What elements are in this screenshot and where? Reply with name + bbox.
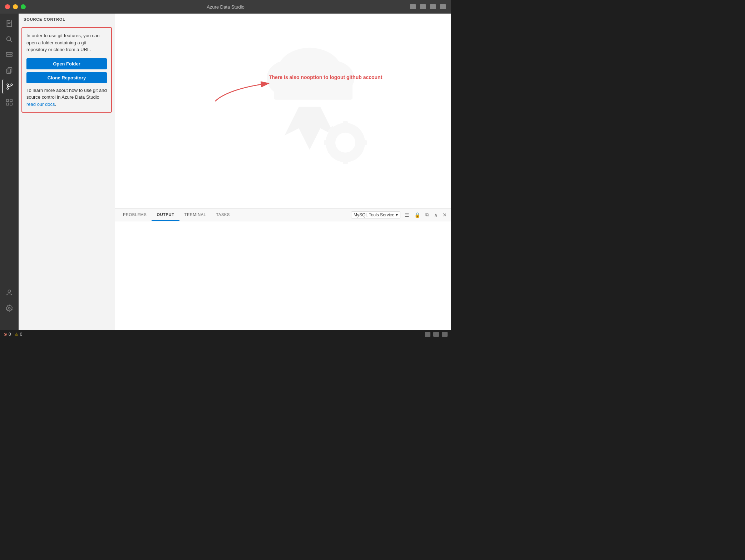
svg-point-6 xyxy=(7,37,11,41)
app-content: SOURCE CONTROL In order to use git featu… xyxy=(0,14,451,330)
sidebar: SOURCE CONTROL In order to use git featu… xyxy=(19,14,115,330)
chevron-down-icon: ▾ xyxy=(396,212,398,217)
svg-point-11 xyxy=(11,55,11,56)
panel-close-icon[interactable]: ✕ xyxy=(441,211,448,218)
layout-icon-2 xyxy=(420,4,426,9)
svg-point-14 xyxy=(7,84,9,85)
activity-bar-bottom xyxy=(2,285,16,315)
close-button[interactable] xyxy=(5,4,10,9)
error-icon: ⊗ xyxy=(4,332,7,337)
layout-icon-3 xyxy=(430,4,436,9)
svg-rect-2 xyxy=(7,26,12,27)
svg-point-23 xyxy=(8,307,10,309)
svg-rect-1 xyxy=(7,20,8,27)
source-control-panel: In order to use git features, you can op… xyxy=(21,27,112,113)
svg-rect-12 xyxy=(8,68,12,72)
layout-icon-1 xyxy=(410,4,416,9)
svg-rect-9 xyxy=(6,55,13,57)
svg-rect-5 xyxy=(8,23,10,24)
svg-rect-8 xyxy=(6,53,13,54)
svg-rect-21 xyxy=(10,103,12,105)
clone-repository-button[interactable]: Clone Repository xyxy=(26,72,107,83)
svg-rect-13 xyxy=(7,69,11,74)
watermark-svg xyxy=(238,35,388,171)
status-errors[interactable]: ⊗ 0 ⚠ 0 xyxy=(4,332,22,337)
svg-point-22 xyxy=(8,290,10,293)
sidebar-item-explorer[interactable] xyxy=(2,16,16,31)
sidebar-item-account[interactable] xyxy=(2,285,16,300)
maximize-button[interactable] xyxy=(21,4,26,9)
tab-tasks[interactable]: TASKS xyxy=(211,208,235,221)
search-icon xyxy=(5,35,13,43)
sidebar-item-source-control[interactable] xyxy=(2,79,16,94)
titlebar-actions xyxy=(410,4,446,9)
svg-rect-33 xyxy=(324,140,331,145)
copy-icon xyxy=(5,67,13,75)
svg-rect-27 xyxy=(274,78,352,100)
titlebar: Azure Data Studio xyxy=(0,0,451,14)
svg-rect-19 xyxy=(10,99,12,102)
tab-problems[interactable]: PROBLEMS xyxy=(118,208,152,221)
status-right xyxy=(425,332,448,337)
svg-point-30 xyxy=(335,133,355,153)
sidebar-item-copy[interactable] xyxy=(2,64,16,78)
svg-point-15 xyxy=(7,88,9,89)
panel-lock-icon[interactable]: 🔒 xyxy=(413,211,422,218)
bottom-panel: PROBLEMS OUTPUT TERMINAL TASKS MySQL Too… xyxy=(115,208,451,330)
status-icon-2 xyxy=(433,332,439,337)
server-icon xyxy=(5,51,13,59)
svg-rect-3 xyxy=(11,20,12,27)
svg-line-7 xyxy=(10,40,13,43)
file-icon xyxy=(5,20,13,28)
sidebar-item-servers[interactable] xyxy=(2,48,16,62)
svg-point-16 xyxy=(11,84,13,85)
svg-rect-4 xyxy=(8,22,11,22)
account-icon xyxy=(5,289,13,296)
svg-rect-20 xyxy=(6,103,9,105)
panel-copy-icon[interactable]: ⧉ xyxy=(424,211,430,218)
activity-bar xyxy=(0,14,19,330)
tab-terminal[interactable]: TERMINAL xyxy=(179,208,211,221)
svg-point-10 xyxy=(11,53,11,54)
watermark-illustration xyxy=(238,35,388,173)
panel-actions: ☰ 🔒 ⧉ ∧ ✕ xyxy=(403,211,448,218)
extensions-icon xyxy=(5,98,13,106)
svg-rect-32 xyxy=(343,157,348,164)
status-icon-3 xyxy=(442,332,448,337)
open-folder-button[interactable]: Open Folder xyxy=(26,58,107,69)
sidebar-item-extensions[interactable] xyxy=(2,95,16,109)
source-control-icon xyxy=(6,83,14,90)
svg-rect-34 xyxy=(360,140,367,145)
editor-area: There is also nooption to logout github … xyxy=(115,14,451,330)
window-controls[interactable] xyxy=(5,4,26,9)
minimize-button[interactable] xyxy=(13,4,18,9)
panel-list-icon[interactable]: ☰ xyxy=(403,211,411,218)
sc-learn-text: To learn more about how to use git and s… xyxy=(26,87,107,108)
app-body: SOURCE CONTROL In order to use git featu… xyxy=(0,14,451,339)
svg-rect-31 xyxy=(343,121,348,128)
tab-output[interactable]: OUTPUT xyxy=(152,208,179,221)
status-icon-1 xyxy=(425,332,430,337)
panel-content xyxy=(115,221,451,330)
warning-icon: ⚠ xyxy=(15,332,19,337)
sc-description: In order to use git features, you can op… xyxy=(26,32,107,53)
status-bar: ⊗ 0 ⚠ 0 xyxy=(0,330,451,339)
sidebar-item-search[interactable] xyxy=(2,32,16,46)
editor-content: There is also nooption to logout github … xyxy=(115,14,451,208)
svg-rect-18 xyxy=(6,99,9,102)
sidebar-item-settings[interactable] xyxy=(2,301,16,315)
layout-icon-4 xyxy=(440,4,446,9)
annotation-text: There is also nooption to logout github … xyxy=(269,74,382,80)
read-docs-link[interactable]: read our docs xyxy=(26,102,55,107)
panel-collapse-icon[interactable]: ∧ xyxy=(433,211,439,218)
sidebar-title: SOURCE CONTROL xyxy=(19,14,115,24)
panel-tabs: PROBLEMS OUTPUT TERMINAL TASKS MySQL Too… xyxy=(115,208,451,221)
window-title: Azure Data Studio xyxy=(207,4,245,10)
gear-icon xyxy=(5,304,13,312)
output-dropdown[interactable]: MySQL Tools Service ▾ xyxy=(351,211,400,218)
